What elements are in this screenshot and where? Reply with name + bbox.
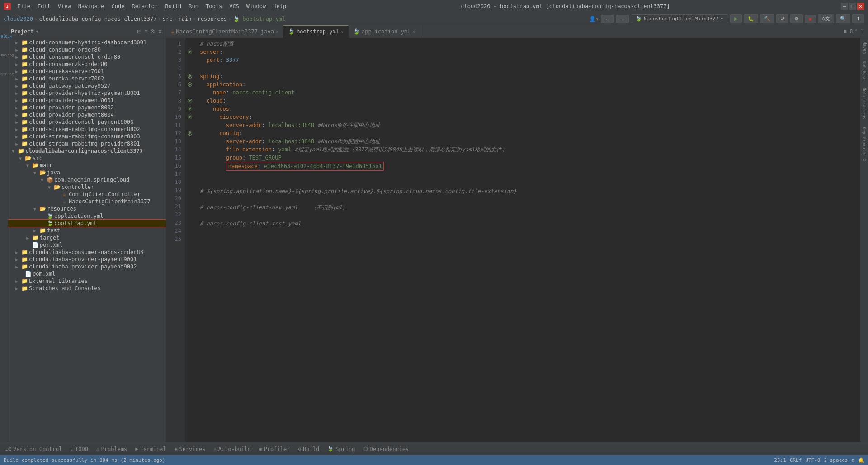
tree-item-controller[interactable]: ▼ 📂 controller [8, 183, 166, 191]
tree-item-external-libs[interactable]: ▶ 📁 External Libraries [8, 277, 166, 285]
stop-button[interactable]: ■ [805, 15, 816, 23]
tree-item-consumerzk[interactable]: ▶ 📁 cloud-consumerzk-order80 [8, 61, 166, 68]
tree-item-rabbit8803[interactable]: ▶ 📁 cloud-stream-rabbitmq-consumer8803 [8, 133, 166, 140]
tree-item-provider9001[interactable]: ▶ 📁 cloudalibaba-provider-payment9001 [8, 256, 166, 263]
bottom-tab-terminal[interactable]: ▶ Terminal [132, 444, 170, 454]
bottom-tab-spring[interactable]: 🍃 Spring [324, 444, 359, 454]
search-button[interactable]: 🔍 [836, 14, 850, 23]
tree-item-payment8004[interactable]: ▶ 📁 cloud-provider-payment8004 [8, 111, 166, 118]
project-sidebar-toggle[interactable]: Project [0, 33, 13, 40]
notifications-panel-toggle[interactable]: Notifications [861, 84, 868, 123]
menu-build[interactable]: Build [161, 2, 185, 10]
translate-button[interactable]: A文 [818, 14, 834, 23]
tab-bootstrap-yml[interactable]: 🍃 bootstrap.yml ✕ [283, 25, 349, 38]
tree-item-application-yml[interactable]: 🍃 application.yml [8, 212, 166, 220]
tree-item-package[interactable]: ▼ 📦 com.angenin.springcloud [8, 176, 166, 183]
tree-item-nacos3377[interactable]: ▼ 📁 cloudalibaba-config-nacos-client3377 [8, 147, 166, 155]
encoding-info[interactable]: CRLf [790, 457, 802, 463]
bottom-tab-todo[interactable]: ☑ TODO [66, 444, 92, 454]
tree-item-target[interactable]: ▶ 📁 target [8, 234, 166, 241]
project-dropdown-icon[interactable]: ▾ [36, 28, 39, 34]
breadcrumb-item-0[interactable]: cloud2020 [4, 16, 33, 22]
bottom-tab-version-control[interactable]: ⎇ Version Control [2, 444, 66, 454]
tree-item-consul8006[interactable]: ▶ 📁 cloud-providerconsul-payment8006 [8, 118, 166, 126]
tree-item-gateway9527[interactable]: ▶ 📁 cloud-gateway-gateway9527 [8, 82, 166, 89]
tree-item-hystrix8001[interactable]: ▶ 📁 cloud-provider-hystrix-payment8001 [8, 89, 166, 97]
notifications-icon-status[interactable]: 🔔 [858, 457, 864, 463]
breadcrumb-item-3[interactable]: main [179, 16, 192, 22]
fold-8[interactable]: ▼ [185, 97, 194, 105]
minimize-button[interactable]: ─ [841, 3, 848, 10]
breadcrumb-item-2[interactable]: src [163, 16, 173, 22]
menu-help[interactable]: Help [269, 2, 290, 10]
git-branch[interactable]: ⚙ [851, 457, 854, 463]
tab-bar-more-icon[interactable]: ⋮ [859, 28, 864, 34]
tree-item-payment8001[interactable]: ▶ 📁 cloud-provider-payment8001 [8, 97, 166, 104]
tree-item-consumer-nacos83[interactable]: ▶ 📁 cloudalibaba-consumer-nacos-order83 [8, 249, 166, 256]
menu-view[interactable]: View [54, 2, 75, 10]
debug-button[interactable]: 🐛 [744, 14, 758, 23]
fold-6[interactable]: ▼ [185, 80, 194, 89]
run-button[interactable]: ▶ [730, 14, 742, 23]
collapse-all-button[interactable]: ⊟ [136, 28, 142, 36]
tree-item-rabbit8802[interactable]: ▶ 📁 cloud-stream-rabbitmq-consumer8802 [8, 126, 166, 133]
tree-item-pom-xml[interactable]: 📄 pom.xml [8, 241, 166, 249]
tab-application-yml[interactable]: 🍃 application.yml ✕ [349, 25, 420, 38]
tab-close-icon[interactable]: ✕ [412, 29, 415, 34]
cursor-position[interactable]: 25:1 [774, 457, 786, 463]
key-promoter-toggle[interactable]: Key Promoter X [861, 123, 868, 165]
breadcrumb-toggle-icon[interactable]: ≡ 8 [844, 28, 853, 34]
menu-run[interactable]: Run [185, 2, 202, 10]
menu-vcs[interactable]: VCS [226, 2, 243, 10]
structure-sidebar-toggle[interactable]: Structure [0, 70, 13, 78]
build-button[interactable]: 🔨 [760, 14, 774, 23]
bottom-tab-dependencies[interactable]: ⬡ Dependencies [360, 444, 413, 454]
tree-item-src[interactable]: ▼ 📂 src [8, 155, 166, 162]
tree-item-scratches[interactable]: ▶ 📁 Scratches and Consoles [8, 285, 166, 292]
bottom-tab-services[interactable]: ◈ Services [171, 444, 209, 454]
close-button[interactable]: ✕ [857, 3, 864, 10]
fold-2[interactable]: ▼ [185, 48, 194, 56]
tree-item-eureka7001[interactable]: ▶ 📁 cloud-eureka-server7001 [8, 68, 166, 75]
tree-item-rabbit8801[interactable]: ▶ 📁 cloud-stream-rabbitmq-provider8801 [8, 140, 166, 147]
breadcrumb-item-1[interactable]: cloudalibaba-config-nacos-client3377 [39, 16, 156, 22]
maximize-button[interactable]: □ [849, 3, 856, 10]
code-content[interactable]: # nacos配置 server: port: 3377 spring: app… [194, 38, 860, 442]
menu-refactor[interactable]: Refactor [128, 2, 161, 10]
tree-item-consumer-order80[interactable]: ▶ 📁 cloud-consumer-order80 [8, 46, 166, 53]
tab-close-icon[interactable]: ✕ [276, 29, 278, 34]
breadcrumb-item-5[interactable]: 🍃 bootstrap.yml [233, 16, 285, 22]
tree-item-java[interactable]: ▼ 📂 java [8, 169, 166, 176]
refresh-button[interactable]: ↺ [776, 14, 788, 23]
bookmarks-sidebar-toggle[interactable]: Bookmarks [0, 52, 13, 59]
fold-5[interactable]: ▼ [185, 72, 194, 80]
bottom-tab-auto-build[interactable]: △ Auto-build [210, 444, 255, 454]
tree-item-provider9002[interactable]: ▶ 📁 cloudalibaba-provider-payment9002 [8, 263, 166, 270]
menu-code[interactable]: Code [108, 2, 128, 10]
tree-item-main[interactable]: ▼ 📂 main [8, 162, 166, 169]
close-panel-button[interactable]: ✕ [157, 28, 163, 36]
fold-9[interactable]: ▼ [185, 105, 194, 113]
maven-panel-toggle[interactable]: Maven [861, 38, 868, 57]
tab-bar-expand-icon[interactable]: ⌃ [854, 28, 858, 34]
encoding-charset[interactable]: UTF-8 [805, 457, 820, 463]
tab-nacosconfigclientmain[interactable]: ☕ NacosConfigClientMain3377.java ✕ [166, 25, 283, 38]
tree-item-root-pom[interactable]: 📄 pom.xml [8, 270, 166, 277]
settings-button[interactable]: ⚙ [790, 14, 803, 23]
tree-item-nacosconfigclientmain[interactable]: ☕ NacosConfigClientMain3377 [8, 198, 166, 205]
tree-item-payment8002[interactable]: ▶ 📁 cloud-provider-payment8002 [8, 104, 166, 111]
menu-window[interactable]: Window [243, 2, 269, 10]
database-panel-toggle[interactable]: Database [861, 57, 868, 84]
fold-10[interactable]: ▼ [185, 113, 194, 121]
menu-file[interactable]: File [14, 2, 34, 10]
fold-12[interactable]: ▼ [185, 129, 194, 137]
breadcrumb-item-4[interactable]: resources [198, 16, 227, 22]
settings-gear-button[interactable]: ⚙ [149, 28, 156, 36]
tab-close-icon[interactable]: ✕ [341, 29, 344, 34]
tree-item-consumerconsul[interactable]: ▶ 📁 cloud-consumerconsul-order80 [8, 53, 166, 61]
run-config-selector[interactable]: 🍃 NacosConfigClientMain3377 ▾ [631, 14, 728, 23]
bottom-tab-profiler[interactable]: ◉ Profiler [255, 444, 293, 454]
nav-back-button[interactable]: ← [601, 15, 614, 23]
menu-edit[interactable]: Edit [34, 2, 54, 10]
menu-tools[interactable]: Tools [202, 2, 226, 10]
